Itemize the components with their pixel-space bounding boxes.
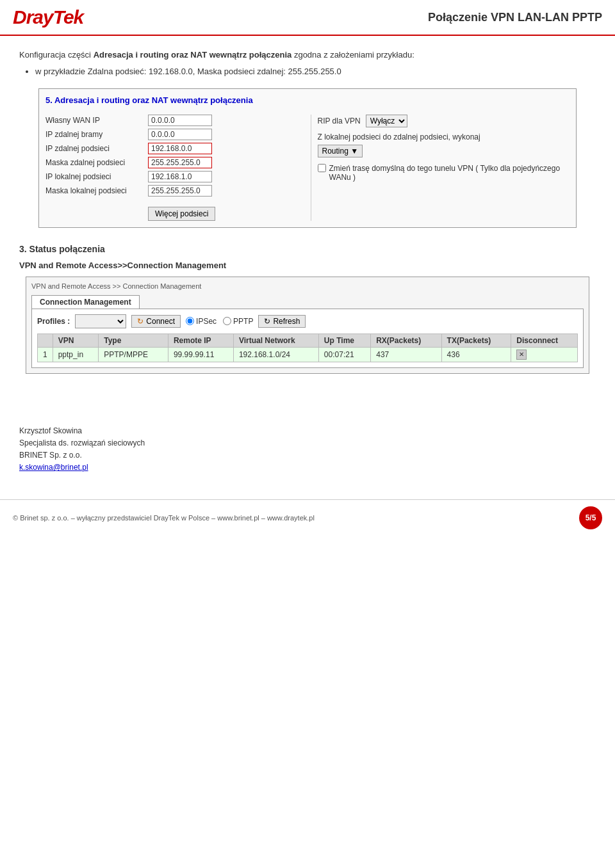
value-local-ip: 192.168.1.0 xyxy=(148,171,212,182)
intro-text2: zgodna z założeniami przykładu: xyxy=(291,50,414,60)
config-row-remote-mask: Maska zdalnej podsieci 255.255.255.0 xyxy=(45,157,298,168)
cell-uptime: 00:07:21 xyxy=(318,347,370,362)
default-route-row: Zmień trasę domyślną do tego tunelu VPN … xyxy=(318,164,570,182)
col-uptime: Up Time xyxy=(318,334,370,347)
connect-button[interactable]: ↻ Connect xyxy=(131,315,181,328)
profiles-row: Profiles : ↻ Connect IPSec PPTP xyxy=(37,314,578,328)
page-title: Połączenie VPN LAN-LAN PPTP xyxy=(428,11,602,24)
cell-rx: 437 xyxy=(371,347,441,362)
footer-copyright: © Brinet sp. z o.o. – wyłączny przedstaw… xyxy=(13,514,315,522)
config-row-wan: Własny WAN IP 0.0.0.0 xyxy=(45,115,298,126)
protocol-radio-group: IPSec PPTP xyxy=(186,317,253,326)
profiles-select[interactable] xyxy=(75,314,126,328)
cell-num: 1 xyxy=(38,347,53,362)
cell-virtual-network: 192.168.1.0/24 xyxy=(233,347,318,362)
routing-section: Z lokalnej podsieci do zdalnej podsieci,… xyxy=(318,133,570,157)
pptp-radio-item: PPTP xyxy=(223,317,253,326)
col-type: Type xyxy=(99,334,168,347)
connect-icon: ↻ xyxy=(137,317,144,326)
routing-desc: Z lokalnej podsieci do zdalnej podsieci,… xyxy=(318,133,570,141)
table-row: 1 pptp_in PPTP/MPPE 99.99.99.11 192.168.… xyxy=(38,347,578,362)
cell-vpn: pptp_in xyxy=(53,347,99,362)
default-route-checkbox[interactable] xyxy=(318,164,326,172)
intro-bullet: w przykładzie Zdalna podsieć: 192.168.0.… xyxy=(35,65,596,79)
value-gateway: 0.0.0.0 xyxy=(148,129,212,140)
col-disconnect: Disconnect xyxy=(511,334,578,347)
label-wan: Własny WAN IP xyxy=(45,116,148,125)
wiecej-podsieci-button[interactable]: Więcej podsieci xyxy=(148,207,215,221)
logo: DrayTek xyxy=(13,6,83,28)
config-left: Własny WAN IP 0.0.0.0 IP zdalnej bramy 0… xyxy=(45,115,298,221)
table-header-row: VPN Type Remote IP Virtual Network Up Ti… xyxy=(38,334,578,347)
rip-row: RIP dla VPN Wyłącz xyxy=(318,115,570,127)
config-row-gateway: IP zdalnej bramy 0.0.0.0 xyxy=(45,129,298,140)
rip-label: RIP dla VPN xyxy=(318,117,361,125)
footer-title: Specjalista ds. rozwiązań sieciowych xyxy=(19,437,596,449)
cell-disconnect: ✕ xyxy=(511,347,578,362)
connect-label: Connect xyxy=(146,317,175,326)
cell-remote-ip: 99.99.99.11 xyxy=(168,347,233,362)
footer-email[interactable]: k.skowina@brinet.pl xyxy=(19,463,88,472)
col-num xyxy=(38,334,53,347)
vpn-breadcrumb: VPN and Remote Access >> Connection Mana… xyxy=(31,282,584,290)
config-right: RIP dla VPN Wyłącz Z lokalnej podsieci d… xyxy=(311,115,570,221)
config-box: 5. Adresacja i routing oraz NAT wewnątrz… xyxy=(38,88,577,228)
value-wan: 0.0.0.0 xyxy=(148,115,212,126)
col-virtual-network: Virtual Network xyxy=(233,334,318,347)
label-local-ip: IP lokalnej podsieci xyxy=(45,172,148,181)
col-vpn: VPN xyxy=(53,334,99,347)
pptp-label: PPTP xyxy=(233,317,253,326)
logo-text: DrayTek xyxy=(13,6,83,28)
page-header: DrayTek Połączenie VPN LAN-LAN PPTP xyxy=(0,0,615,36)
col-rx: RX(Packets) xyxy=(371,334,441,347)
label-local-mask: Maska lokalnej podsieci xyxy=(45,186,148,195)
refresh-label: Refresh xyxy=(273,317,300,326)
default-route-label: Zmień trasę domyślną do tego tunelu VPN … xyxy=(329,164,570,182)
footer-company: BRINET Sp. z o.o. xyxy=(19,449,596,462)
intro-text1: Konfiguracja części xyxy=(19,50,94,60)
value-local-mask: 255.255.255.0 xyxy=(148,185,212,197)
value-remote-ip: 192.168.0.0 xyxy=(148,143,212,154)
config-row-local-mask: Maska lokalnej podsieci 255.255.255.0 xyxy=(45,185,298,197)
label-gateway: IP zdalnej bramy xyxy=(45,130,148,139)
refresh-icon: ↻ xyxy=(264,317,270,326)
profiles-label: Profiles : xyxy=(37,317,70,326)
intro-paragraph: Konfiguracja części Adresacja i routing … xyxy=(19,49,596,79)
col-tx: TX(Packets) xyxy=(441,334,511,347)
cell-tx: 436 xyxy=(441,347,511,362)
ipsec-radio-item: IPSec xyxy=(186,317,217,326)
footer-info: Krzysztof Skowina Specjalista ds. rozwią… xyxy=(0,412,615,487)
routing-button[interactable]: Routing ▼ xyxy=(318,145,363,157)
label-remote-ip: IP zdalnej podsieci xyxy=(45,144,148,153)
vpn-subheading: VPN and Remote Access>>Connection Manage… xyxy=(19,261,596,270)
footer-name: Krzysztof Skowina xyxy=(19,425,596,437)
footer-bar: © Brinet sp. z o.o. – wyłączny przedstaw… xyxy=(0,499,615,536)
intro-bold: Adresacja i routing oraz NAT wewnątrz po… xyxy=(94,50,292,60)
rip-select[interactable]: Wyłącz xyxy=(366,115,407,127)
vpn-panel: VPN and Remote Access >> Connection Mana… xyxy=(26,277,589,374)
config-row-remote-ip: IP zdalnej podsieci 192.168.0.0 xyxy=(45,143,298,154)
ipsec-radio[interactable] xyxy=(186,317,194,325)
page-badge: 5/5 xyxy=(579,506,602,529)
pptp-radio[interactable] xyxy=(223,317,231,325)
ipsec-label: IPSec xyxy=(196,317,217,326)
vpn-table: VPN Type Remote IP Virtual Network Up Ti… xyxy=(37,334,578,362)
main-content: Konfiguracja części Adresacja i routing … xyxy=(0,36,615,387)
connection-management-tab[interactable]: Connection Management xyxy=(31,295,140,309)
value-remote-mask: 255.255.255.0 xyxy=(148,157,212,168)
config-inner: Własny WAN IP 0.0.0.0 IP zdalnej bramy 0… xyxy=(45,115,570,221)
config-row-local-ip: IP lokalnej podsieci 192.168.1.0 xyxy=(45,171,298,182)
cell-type: PPTP/MPPE xyxy=(99,347,168,362)
routing-btn-label: Routing ▼ xyxy=(322,147,359,156)
disconnect-button[interactable]: ✕ xyxy=(516,350,527,360)
vpn-content: Profiles : ↻ Connect IPSec PPTP xyxy=(31,309,584,368)
refresh-button[interactable]: ↻ Refresh xyxy=(258,315,306,328)
label-remote-mask: Maska zdalnej podsieci xyxy=(45,158,148,167)
vpn-tab-bar: Connection Management xyxy=(31,295,584,309)
config-box-title: 5. Adresacja i routing oraz NAT wewnątrz… xyxy=(45,95,570,108)
status-heading: 3. Status połączenia xyxy=(19,244,596,254)
col-remote-ip: Remote IP xyxy=(168,334,233,347)
